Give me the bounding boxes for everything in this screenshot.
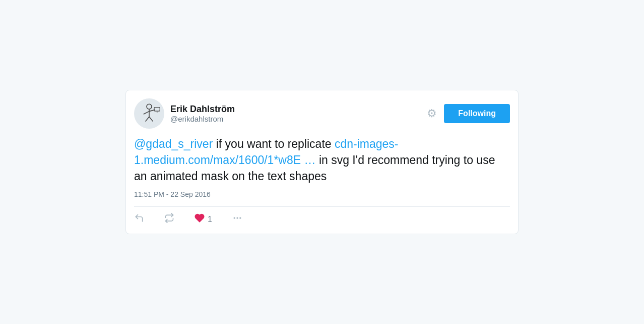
avatar xyxy=(134,98,164,129)
tweet-mention[interactable]: @gdad_s_river xyxy=(134,137,213,150)
avatar-image xyxy=(137,101,162,126)
tweet-actions: 1 xyxy=(134,206,510,226)
tweet-timestamp: 11:51 PM - 22 Sep 2016 xyxy=(134,190,510,198)
reply-button[interactable] xyxy=(134,213,144,226)
tweet-body: @gdad_s_river if you want to replicate c… xyxy=(134,136,510,185)
tweet-text-before: if you want to replicate xyxy=(213,137,335,150)
tweet-header: Erik Dahlström @erikdahlstrom ⚙ Followin… xyxy=(134,98,510,129)
retweet-icon xyxy=(164,213,174,226)
tweet-header-left: Erik Dahlström @erikdahlstrom xyxy=(134,98,235,129)
like-count: 1 xyxy=(208,215,212,224)
user-info: Erik Dahlström @erikdahlstrom xyxy=(170,104,235,123)
svg-point-0 xyxy=(147,104,152,109)
tweet-card: Erik Dahlström @erikdahlstrom ⚙ Followin… xyxy=(125,90,519,235)
svg-rect-4 xyxy=(154,107,160,111)
svg-point-8 xyxy=(233,218,235,219)
tweet-header-right: ⚙ Following xyxy=(427,104,510,123)
more-button[interactable] xyxy=(232,213,242,226)
user-handle: @erikdahlstrom xyxy=(170,115,235,123)
reply-icon xyxy=(134,213,144,226)
user-name: Erik Dahlström xyxy=(170,104,235,115)
svg-line-6 xyxy=(146,117,150,121)
svg-point-10 xyxy=(239,218,241,219)
svg-point-9 xyxy=(236,218,238,219)
svg-line-7 xyxy=(149,117,153,121)
following-button[interactable]: Following xyxy=(444,104,510,123)
more-icon xyxy=(232,213,242,226)
retweet-button[interactable] xyxy=(164,213,174,226)
heart-icon xyxy=(195,213,205,226)
like-button[interactable]: 1 xyxy=(195,213,212,226)
gear-icon[interactable]: ⚙ xyxy=(427,107,437,120)
svg-line-2 xyxy=(144,111,149,114)
